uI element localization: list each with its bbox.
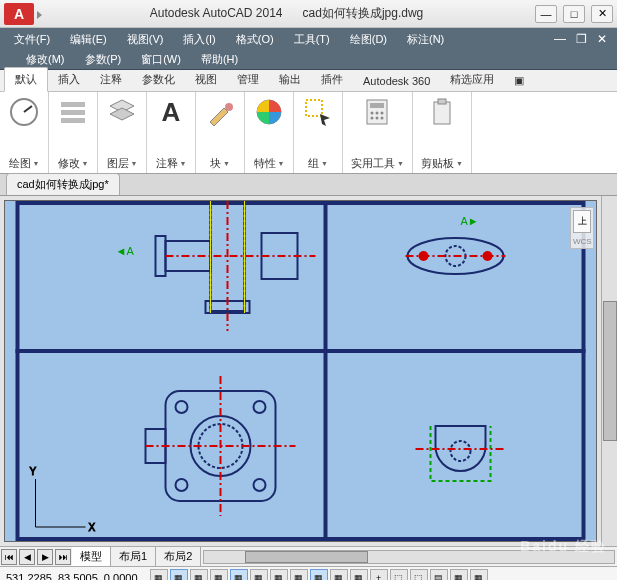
- tab-nav-prev[interactable]: ◀: [19, 549, 35, 565]
- ribbon-tab-output[interactable]: 输出: [269, 68, 311, 91]
- status-toggle[interactable]: ▦: [450, 569, 468, 581]
- menu-tools[interactable]: 工具(T): [286, 30, 338, 49]
- status-toggle[interactable]: +: [370, 569, 388, 581]
- tab-nav-next[interactable]: ▶: [37, 549, 53, 565]
- scrollbar-vertical[interactable]: [601, 196, 617, 546]
- svg-rect-2: [61, 102, 85, 107]
- close-button[interactable]: ✕: [591, 5, 613, 23]
- status-toggle[interactable]: ▦: [230, 569, 248, 581]
- status-toggle[interactable]: ⬚: [410, 569, 428, 581]
- doc-close[interactable]: ✕: [593, 32, 611, 46]
- doc-window-controls: — ❐ ✕: [550, 32, 611, 46]
- dropdown-arrow-icon: ▼: [456, 160, 463, 167]
- panel-label: 实用工具: [351, 156, 395, 171]
- ribbon-tab-plugins[interactable]: 插件: [311, 68, 353, 91]
- svg-point-41: [176, 479, 188, 491]
- doc-restore[interactable]: ❐: [572, 32, 591, 46]
- viewcube-face[interactable]: 上: [573, 210, 591, 233]
- status-toggle[interactable]: ▦: [310, 569, 328, 581]
- svg-point-14: [376, 117, 379, 120]
- ribbon-tab-default[interactable]: 默认: [4, 67, 48, 92]
- panel-annotate[interactable]: A 注释▼: [147, 92, 196, 173]
- status-toggle[interactable]: ▦: [330, 569, 348, 581]
- title-text: Autodesk AutoCAD 2014 cad如何转换成jpg.dwg: [38, 5, 535, 22]
- status-toggle[interactable]: ▦: [270, 569, 288, 581]
- status-toggle[interactable]: ▦: [250, 569, 268, 581]
- panel-clipboard[interactable]: 剪贴板▼: [413, 92, 472, 173]
- title-bar: A Autodesk AutoCAD 2014 cad如何转换成jpg.dwg …: [0, 0, 617, 28]
- panel-label: 修改: [58, 156, 80, 171]
- dropdown-arrow-icon: ▼: [321, 160, 328, 167]
- status-toggle[interactable]: ▦: [350, 569, 368, 581]
- svg-point-13: [371, 117, 374, 120]
- ribbon-content: 绘图▼ 修改▼ 图层▼ A 注释▼ 块▼ 特性▼ 组▼ 实用工具▼ 剪贴板▼: [0, 92, 617, 174]
- menu-help[interactable]: 帮助(H): [193, 50, 246, 69]
- svg-point-40: [254, 401, 266, 413]
- status-toggle[interactable]: ▦: [210, 569, 228, 581]
- ribbon-tab-view[interactable]: 视图: [185, 68, 227, 91]
- svg-point-42: [254, 479, 266, 491]
- menu-view[interactable]: 视图(V): [119, 30, 172, 49]
- status-toggle[interactable]: ▦: [290, 569, 308, 581]
- menu-insert[interactable]: 插入(I): [175, 30, 223, 49]
- drawing-viewport[interactable]: ◄A A►: [4, 200, 597, 542]
- panel-utilities[interactable]: 实用工具▼: [343, 92, 413, 173]
- panel-label: 注释: [156, 156, 178, 171]
- scroll-thumb[interactable]: [245, 551, 368, 563]
- viewcube[interactable]: 上 WCS: [570, 207, 594, 249]
- status-toggle[interactable]: ▦: [470, 569, 488, 581]
- panel-properties[interactable]: 特性▼: [245, 92, 294, 173]
- ribbon-tab-parametric[interactable]: 参数化: [132, 68, 185, 91]
- svg-rect-16: [434, 102, 450, 124]
- dropdown-arrow-icon: ▼: [82, 160, 89, 167]
- ribbon-tab-annotate[interactable]: 注释: [90, 68, 132, 91]
- layout-tab-model[interactable]: 模型: [72, 547, 111, 566]
- file-tab-current[interactable]: cad如何转换成jpg*: [6, 173, 120, 195]
- panel-modify[interactable]: 修改▼: [49, 92, 98, 173]
- panel-block[interactable]: 块▼: [196, 92, 245, 173]
- minimize-button[interactable]: —: [535, 5, 557, 23]
- clipboard-icon: [426, 96, 458, 128]
- layout-tab-layout2[interactable]: 布局2: [156, 547, 201, 566]
- panel-draw[interactable]: 绘图▼: [0, 92, 49, 173]
- status-toggle[interactable]: ⬚: [390, 569, 408, 581]
- scrollbar-horizontal[interactable]: [203, 550, 615, 564]
- menu-dimension[interactable]: 标注(N): [399, 30, 452, 49]
- dropdown-arrow-icon: ▼: [131, 160, 138, 167]
- menu-window[interactable]: 窗口(W): [133, 50, 189, 69]
- svg-rect-17: [438, 99, 446, 104]
- dropdown-arrow-icon: ▼: [180, 160, 187, 167]
- ribbon-tab-manage[interactable]: 管理: [227, 68, 269, 91]
- layout-tab-layout1[interactable]: 布局1: [111, 547, 156, 566]
- document-tabs: cad如何转换成jpg*: [0, 174, 617, 196]
- svg-point-39: [176, 401, 188, 413]
- app-menu-button[interactable]: A: [4, 3, 34, 25]
- status-toggle[interactable]: ▦: [150, 569, 168, 581]
- panel-layers[interactable]: 图层▼: [98, 92, 147, 173]
- panel-group[interactable]: 组▼: [294, 92, 343, 173]
- svg-point-15: [381, 117, 384, 120]
- tab-nav-first[interactable]: ⏮: [1, 549, 17, 565]
- ribbon-tab-a360[interactable]: Autodesk 360: [353, 71, 440, 91]
- ribbon-tab-insert[interactable]: 插入: [48, 68, 90, 91]
- svg-rect-4: [61, 118, 85, 123]
- ribbon-tab-expand[interactable]: ▣: [504, 70, 534, 91]
- menu-edit[interactable]: 编辑(E): [62, 30, 115, 49]
- menu-draw[interactable]: 绘图(D): [342, 30, 395, 49]
- svg-point-5: [225, 103, 233, 111]
- status-bar: 531.2285, 83.5005, 0.0000 ▦ ▦ ▦ ▦ ▦ ▦ ▦ …: [0, 566, 617, 580]
- status-toggle[interactable]: ▤: [430, 569, 448, 581]
- status-toggle[interactable]: ▦: [170, 569, 188, 581]
- svg-rect-7: [306, 100, 322, 116]
- maximize-button[interactable]: □: [563, 5, 585, 23]
- menu-format[interactable]: 格式(O): [228, 30, 282, 49]
- menu-param[interactable]: 参数(P): [77, 50, 130, 69]
- doc-minimize[interactable]: —: [550, 32, 570, 46]
- status-toggle[interactable]: ▦: [190, 569, 208, 581]
- menu-file[interactable]: 文件(F): [6, 30, 58, 49]
- svg-point-10: [371, 112, 374, 115]
- brush-icon: [204, 96, 236, 128]
- tab-nav-last[interactable]: ⏭: [55, 549, 71, 565]
- scroll-thumb[interactable]: [603, 301, 617, 441]
- ribbon-tab-featured[interactable]: 精选应用: [440, 68, 504, 91]
